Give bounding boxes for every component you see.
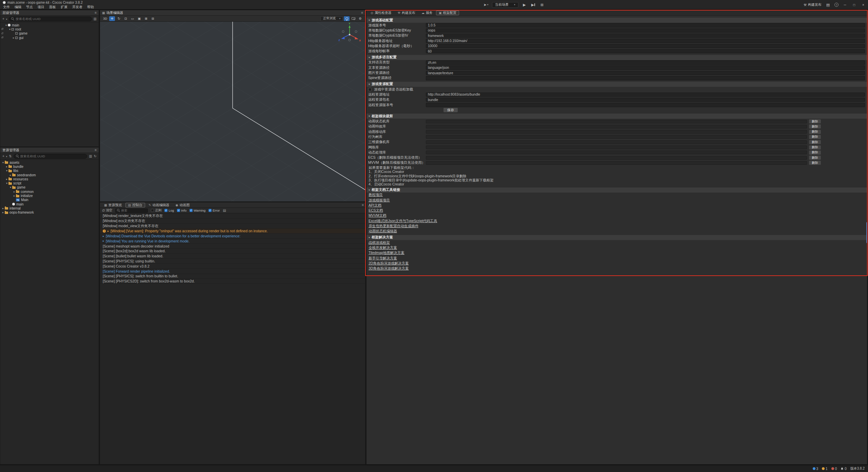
asset-node-row[interactable]: ▸oops-framework xyxy=(0,211,99,215)
delete-button[interactable]: 删除 xyxy=(809,151,821,155)
rotate-tool-button[interactable]: ↻ xyxy=(116,16,122,21)
inspector-tab-2[interactable]: ☁服务 xyxy=(419,11,435,15)
collapse-arrow-icon[interactable]: ▾ xyxy=(5,169,8,172)
mode-3d-button[interactable]: 3D xyxy=(102,16,108,21)
filter-icon[interactable]: ▥ xyxy=(94,17,97,21)
filter-warning[interactable]: ✓Warning xyxy=(190,209,205,212)
build-publish-button[interactable]: ⚒ 构建发布 xyxy=(804,2,822,7)
section-header[interactable]: ▾游戏资源配置 xyxy=(367,82,867,87)
config-input[interactable] xyxy=(426,39,865,43)
asset-node-row[interactable]: ▾game xyxy=(0,185,99,190)
collapse-arrow-icon[interactable]: ▾ xyxy=(5,182,8,185)
doc-link[interactable]: ECS文档 xyxy=(367,208,867,213)
notification-counter[interactable]: 0 xyxy=(841,467,847,471)
regex-toggle[interactable]: 正则 xyxy=(151,208,161,213)
scene-viewport[interactable]: Y X Z xyxy=(100,22,365,201)
hierarchy-node-row[interactable]: ▸gui xyxy=(0,36,99,40)
scene-settings-button[interactable]: ⚙ xyxy=(357,16,363,21)
config-input[interactable] xyxy=(426,44,865,48)
expand-arrow-icon[interactable]: ▸ xyxy=(5,178,8,181)
minimize-button[interactable]: ─ xyxy=(842,3,848,7)
info-counter[interactable]: 3 xyxy=(813,467,818,471)
log-row[interactable]: !▸[Window] [Vue warn]: Property "onInput… xyxy=(100,229,365,234)
filter-log[interactable]: ✓Log xyxy=(164,209,174,212)
log-row[interactable]: ▸[Window] You are running Vue in develop… xyxy=(100,239,365,244)
asset-node-row[interactable]: TSMain xyxy=(0,198,99,202)
coord-toggle-button[interactable]: ⊟ xyxy=(150,16,156,21)
regex-checkbox[interactable] xyxy=(151,209,154,212)
log-row[interactable]: [Window] ecs文件夹不存在 xyxy=(100,219,365,224)
console-tab-3[interactable]: ◉动画图 xyxy=(173,203,193,208)
expand-arrow-icon[interactable]: ▸ xyxy=(12,36,15,39)
doc-link[interactable]: Tiledmap地图解决方案 xyxy=(367,251,867,256)
asset-node-row[interactable]: ▸seedrandom xyxy=(0,173,99,177)
anchor-tool-button[interactable]: ▣ xyxy=(136,16,142,21)
delete-button[interactable]: 删除 xyxy=(809,156,821,160)
config-input[interactable] xyxy=(426,34,865,38)
asset-node-row[interactable]: ▸initialize xyxy=(0,194,99,198)
asset-node-row[interactable]: main xyxy=(0,202,99,206)
pivot-toggle-button[interactable]: ⊞ xyxy=(143,16,149,21)
collapse-arrow-icon[interactable]: ▾ xyxy=(4,24,8,27)
menu-item-1[interactable]: 编辑 xyxy=(12,5,24,9)
asset-node-row[interactable]: ▾libs xyxy=(0,169,99,173)
checkbox[interactable]: ✓ xyxy=(209,209,212,212)
filter-icon[interactable]: ▥ xyxy=(89,154,92,158)
checkbox[interactable]: ✓ xyxy=(190,209,193,212)
inspector-tab-0[interactable]: ◎属性检查器 xyxy=(368,11,394,15)
console-search-input[interactable] xyxy=(121,209,146,212)
warning-counter[interactable]: 1 xyxy=(822,467,828,471)
hierarchy-search-input[interactable] xyxy=(16,17,89,21)
delete-button[interactable]: 删除 xyxy=(809,124,821,129)
expand-arrow-icon[interactable]: ▸ xyxy=(13,194,16,197)
config-input[interactable] xyxy=(426,93,865,97)
config-input[interactable] xyxy=(426,28,865,33)
log-row[interactable]: [Window] render_texture文件夹不存在 xyxy=(100,214,365,219)
inspector-tab-1[interactable]: ⚒构建发布 xyxy=(395,11,418,15)
help-icon[interactable]: ? xyxy=(834,3,839,7)
doc-link[interactable]: 全栈开发解决方案 xyxy=(367,245,867,250)
section-header[interactable]: ▾框架文档工具链接 xyxy=(367,188,867,193)
log-row[interactable]: [Window] model_view文件夹不存在 xyxy=(100,224,365,229)
delete-button[interactable]: 删除 xyxy=(809,119,821,123)
delete-button[interactable]: 删除 xyxy=(809,145,821,150)
console-tab-0[interactable]: ▦资源预览 xyxy=(101,203,125,208)
add-node-button[interactable]: + ▾ xyxy=(2,17,7,21)
asset-node-row[interactable]: ▾assets xyxy=(0,160,99,164)
lock-icon[interactable] xyxy=(1,37,3,38)
save-button[interactable]: 保存 xyxy=(443,108,458,112)
scrollbar-thumb[interactable] xyxy=(866,222,868,243)
doc-link[interactable]: 战棋游戏框架 xyxy=(367,240,867,245)
section-header[interactable]: ▾框架模块裁剪 xyxy=(367,114,867,119)
section-header[interactable]: ▾游戏基础配置 xyxy=(367,18,867,23)
section-header[interactable]: ▾游戏多语言配置 xyxy=(367,55,867,60)
log-row[interactable]: [Scene] [bullet]:bullet wasm lib loaded. xyxy=(100,254,365,259)
collapse-arrow-icon[interactable]: ▾ xyxy=(9,186,12,189)
clear-console-button[interactable]: ∅ 清空 xyxy=(102,208,112,213)
menu-item-5[interactable]: 扩展 xyxy=(58,5,70,9)
camera-view-button[interactable] xyxy=(351,16,356,21)
collapse-arrow-icon[interactable]: ▾ xyxy=(1,161,5,164)
panel-menu-icon[interactable]: ≡ xyxy=(95,11,97,15)
layout-grid-button[interactable]: ⊞ xyxy=(539,2,545,8)
menu-item-0[interactable]: 文件 xyxy=(1,5,12,9)
menu-item-7[interactable]: 帮助 xyxy=(85,5,96,9)
asset-node-row[interactable]: ▸internal xyxy=(0,206,99,210)
lock-icon[interactable] xyxy=(1,28,3,30)
menu-item-3[interactable]: 项目 xyxy=(35,5,47,9)
inspector-tab-3[interactable]: ▣框架配置 xyxy=(436,11,459,15)
panel-menu-icon[interactable]: ≡ xyxy=(362,203,364,207)
log-row[interactable]: [Scene] [PHYSICS]: using builtin. xyxy=(100,259,365,264)
expand-arrow-icon[interactable]: ▸ xyxy=(5,165,8,168)
doc-link[interactable]: 教程项目 xyxy=(367,193,867,198)
expand-arrow-icon[interactable]: ▸ xyxy=(1,207,5,210)
expand-arrow-icon[interactable]: ▸ xyxy=(1,211,5,214)
asset-node-row[interactable]: ▸common xyxy=(0,190,99,194)
asset-node-row[interactable]: ▾script xyxy=(0,181,99,185)
delete-button[interactable]: 删除 xyxy=(809,135,821,139)
config-input[interactable] xyxy=(426,49,865,54)
log-row[interactable]: [Scene] [PHYSICS2D]: switch from box2d-w… xyxy=(100,279,365,284)
console-tab-2[interactable]: ✎动画编辑器 xyxy=(146,203,172,208)
checkbox[interactable]: ✓ xyxy=(177,209,180,212)
log-row[interactable]: [Scene] [PHYSICS]: switch from builtin t… xyxy=(100,274,365,279)
